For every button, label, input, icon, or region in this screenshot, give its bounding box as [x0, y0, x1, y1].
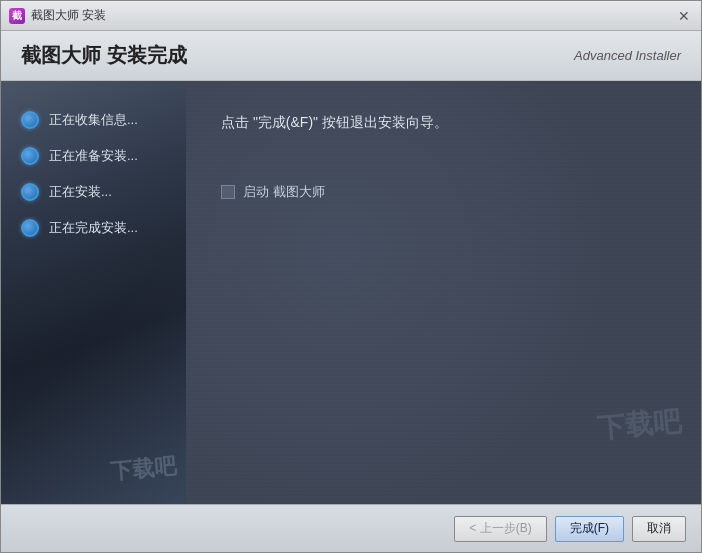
- sidebar-watermark: 下载吧: [109, 451, 177, 487]
- step-4-label: 正在完成安装...: [49, 219, 138, 237]
- step-1-label: 正在收集信息...: [49, 111, 138, 129]
- step-3-indicator: [21, 183, 39, 201]
- sidebar-steps: 正在收集信息... 正在准备安装... 正在安装... 正在完成安装...: [1, 81, 186, 237]
- step-4: 正在完成安装...: [21, 219, 186, 237]
- step-3: 正在安装...: [21, 183, 186, 201]
- launch-checkbox-row: 启动 截图大师: [221, 183, 666, 201]
- app-icon: 截: [9, 8, 25, 24]
- close-button[interactable]: ✕: [675, 7, 693, 25]
- main-content: 正在收集信息... 正在准备安装... 正在安装... 正在完成安装... 下载…: [1, 81, 701, 504]
- step-2-label: 正在准备安装...: [49, 147, 138, 165]
- title-bar: 截 截图大师 安装 ✕: [1, 1, 701, 31]
- title-bar-left: 截 截图大师 安装: [9, 7, 106, 24]
- launch-label: 启动 截图大师: [243, 183, 325, 201]
- page-title: 截图大师 安装完成: [21, 42, 187, 69]
- panel-watermark: 下载吧: [596, 402, 683, 447]
- footer: < 上一步(B) 完成(F) 取消: [1, 504, 701, 552]
- brand-label: Advanced Installer: [574, 48, 681, 63]
- instruction-text: 点击 "完成(&F)" 按钮退出安装向导。: [221, 111, 666, 133]
- launch-checkbox[interactable]: [221, 185, 235, 199]
- step-2-indicator: [21, 147, 39, 165]
- step-2: 正在准备安装...: [21, 147, 186, 165]
- sidebar: 正在收集信息... 正在准备安装... 正在安装... 正在完成安装... 下载…: [1, 81, 186, 504]
- step-3-label: 正在安装...: [49, 183, 112, 201]
- installer-window: 截 截图大师 安装 ✕ 截图大师 安装完成 Advanced Installer…: [0, 0, 702, 553]
- step-1: 正在收集信息...: [21, 111, 186, 129]
- header-bar: 截图大师 安装完成 Advanced Installer: [1, 31, 701, 81]
- step-1-indicator: [21, 111, 39, 129]
- finish-button[interactable]: 完成(F): [555, 516, 624, 542]
- right-panel: 点击 "完成(&F)" 按钮退出安装向导。 启动 截图大师 下载吧: [186, 81, 701, 504]
- back-button[interactable]: < 上一步(B): [454, 516, 546, 542]
- step-4-indicator: [21, 219, 39, 237]
- title-bar-text: 截图大师 安装: [31, 7, 106, 24]
- cancel-button[interactable]: 取消: [632, 516, 686, 542]
